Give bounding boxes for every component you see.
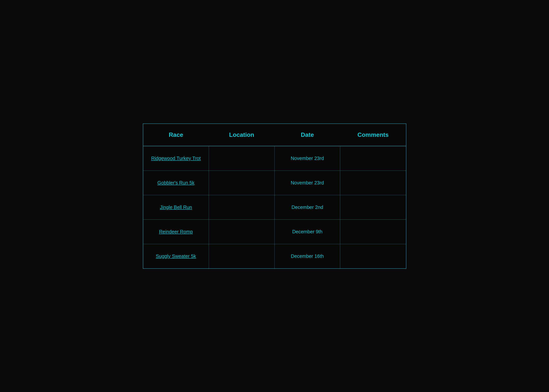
location-cell-3	[209, 195, 274, 219]
table-row: Jingle Bell RunDecember 2nd	[143, 195, 406, 219]
header-date: Date	[274, 124, 340, 146]
header-location: Location	[209, 124, 274, 146]
location-cell-1	[209, 146, 274, 171]
header-race: Race	[143, 124, 209, 146]
comments-cell-2	[340, 170, 406, 195]
table-row: Suggly Sweater 5kDecember 16th	[143, 244, 406, 268]
comments-cell-1	[340, 146, 406, 171]
table-body: Ridgewood Turkey TrotNovember 23rdGobble…	[143, 146, 406, 268]
race-link-4[interactable]: Reindeer Romp	[159, 229, 193, 234]
comments-cell-3	[340, 195, 406, 219]
race-link-2[interactable]: Gobbler's Run 5k	[157, 180, 194, 185]
race-link-3[interactable]: Jingle Bell Run	[160, 204, 192, 210]
date-cell-4: December 9th	[274, 219, 340, 244]
location-cell-5	[209, 244, 274, 268]
comments-cell-4	[340, 219, 406, 244]
table-row: Reindeer RompDecember 9th	[143, 219, 406, 244]
races-table: Race Location Date Comments Ridgewood Tu…	[143, 124, 406, 268]
race-link-5[interactable]: Suggly Sweater 5k	[156, 253, 196, 259]
date-cell-2: November 23rd	[274, 170, 340, 195]
table-row: Gobbler's Run 5kNovember 23rd	[143, 170, 406, 195]
header-comments: Comments	[340, 124, 406, 146]
table-header: Race Location Date Comments	[143, 124, 406, 146]
date-cell-5: December 16th	[274, 244, 340, 268]
comments-cell-5	[340, 244, 406, 268]
location-cell-2	[209, 170, 274, 195]
race-link-1[interactable]: Ridgewood Turkey Trot	[151, 156, 201, 161]
date-cell-3: December 2nd	[274, 195, 340, 219]
races-table-container: Race Location Date Comments Ridgewood Tu…	[143, 123, 406, 269]
location-cell-4	[209, 219, 274, 244]
date-cell-1: November 23rd	[274, 146, 340, 171]
table-row: Ridgewood Turkey TrotNovember 23rd	[143, 146, 406, 171]
